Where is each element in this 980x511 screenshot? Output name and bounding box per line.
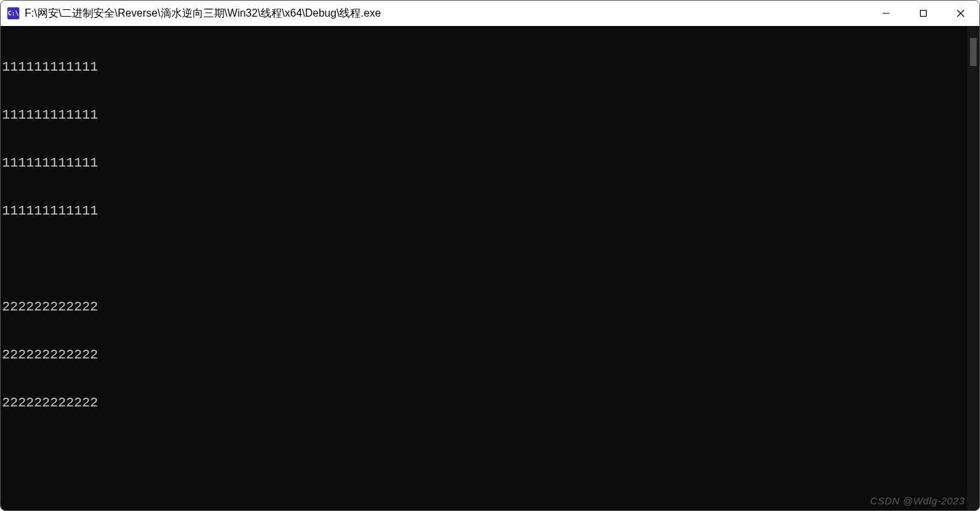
console-line: 222222222222 <box>2 299 967 315</box>
application-window: C:\ F:\网安\二进制安全\Reverse\滴水逆向三期\Win32\线程\… <box>0 0 980 511</box>
console-line: 111111111111 <box>2 203 967 219</box>
app-icon-label: C:\ <box>8 10 19 17</box>
titlebar[interactable]: C:\ F:\网安\二进制安全\Reverse\滴水逆向三期\Win32\线程\… <box>1 1 979 26</box>
minimize-icon <box>882 9 890 17</box>
window-controls <box>867 1 979 26</box>
console-line: 111111111111 <box>2 59 967 75</box>
console-line: 111111111111 <box>2 107 967 123</box>
svg-rect-1 <box>921 11 927 17</box>
console-app-icon: C:\ <box>7 7 19 19</box>
console-area: 111111111111 111111111111 111111111111 1… <box>1 26 979 510</box>
console-line: 222222222222 <box>2 395 967 411</box>
vertical-scrollbar[interactable] <box>967 26 979 510</box>
close-icon <box>957 9 965 17</box>
window-title: F:\网安\二进制安全\Reverse\滴水逆向三期\Win32\线程\x64\… <box>25 7 867 21</box>
watermark-text: CSDN @Wdlg-2023 <box>870 495 965 506</box>
minimize-button[interactable] <box>867 1 905 26</box>
close-button[interactable] <box>942 1 979 26</box>
console-output[interactable]: 111111111111 111111111111 111111111111 1… <box>1 26 967 510</box>
console-line: 222222222222 <box>2 347 967 363</box>
maximize-button[interactable] <box>905 1 942 26</box>
console-line: 111111111111 <box>2 155 967 171</box>
scrollbar-thumb[interactable] <box>970 38 977 66</box>
console-line <box>2 251 967 267</box>
maximize-icon <box>919 9 927 17</box>
